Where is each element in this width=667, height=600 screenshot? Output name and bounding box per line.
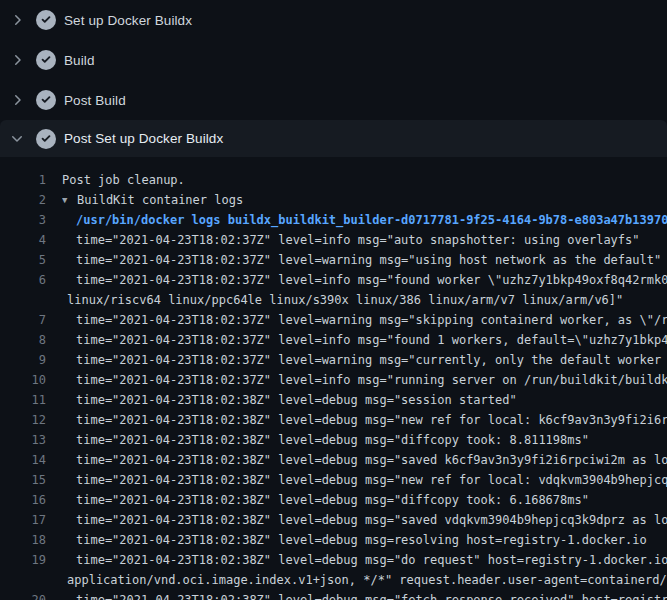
- log-line-text: time="2021-04-23T18:02:37Z" level=warnin…: [62, 310, 667, 330]
- log-line: 4 time="2021-04-23T18:02:37Z" level=info…: [0, 230, 667, 250]
- step-list: Set up Docker Buildx Build Post Build Po…: [0, 0, 667, 157]
- log-line: 18 time="2021-04-23T18:02:38Z" level=deb…: [0, 530, 667, 550]
- log-line: 13 time="2021-04-23T18:02:38Z" level=deb…: [0, 430, 667, 450]
- log-line-number[interactable]: 4: [0, 230, 46, 250]
- log-line: application/vnd.oci.image.index.v1+json,…: [0, 570, 667, 590]
- log-line-number[interactable]: 18: [0, 530, 46, 550]
- actions-job-log-viewer: Set up Docker Buildx Build Post Build Po…: [0, 0, 667, 600]
- log-line-text: time="2021-04-23T18:02:38Z" level=debug …: [62, 430, 667, 450]
- check-circle-icon: [36, 10, 56, 30]
- log-line-text: time="2021-04-23T18:02:37Z" level=info m…: [62, 370, 667, 390]
- log-line: 19 time="2021-04-23T18:02:38Z" level=deb…: [0, 550, 667, 570]
- log-line-text: time="2021-04-23T18:02:37Z" level=warnin…: [62, 350, 667, 370]
- log-line: 2 ▼BuildKit container logs: [0, 190, 667, 210]
- step-label: Build: [64, 53, 95, 68]
- log-line-number[interactable]: 8: [0, 330, 46, 350]
- log-line: 12 time="2021-04-23T18:02:38Z" level=deb…: [0, 410, 667, 430]
- log-line: 6 time="2021-04-23T18:02:37Z" level=info…: [0, 270, 667, 290]
- log-line-number: [0, 570, 46, 590]
- group-title[interactable]: BuildKit container logs: [77, 193, 243, 207]
- log-line: 8 time="2021-04-23T18:02:37Z" level=info…: [0, 330, 667, 350]
- log-line: 11 time="2021-04-23T18:02:38Z" level=deb…: [0, 390, 667, 410]
- step-row-post-build[interactable]: Post Build: [0, 80, 667, 120]
- log-line-text: time="2021-04-23T18:02:38Z" level=debug …: [62, 550, 667, 570]
- group-collapse-triangle-icon[interactable]: ▼: [62, 190, 77, 210]
- check-circle-icon: [36, 129, 56, 149]
- chevron-down-icon: [9, 131, 25, 147]
- log-line-number[interactable]: 13: [0, 430, 46, 450]
- step-label: Post Set up Docker Buildx: [64, 131, 223, 146]
- log-line: 15 time="2021-04-23T18:02:38Z" level=deb…: [0, 470, 667, 490]
- log-line: linux/riscv64 linux/ppc64le linux/s390x …: [0, 290, 667, 310]
- log-group-toggle: ▼BuildKit container logs: [62, 190, 667, 210]
- log-line-text: application/vnd.oci.image.index.v1+json,…: [62, 570, 667, 590]
- log-line: 9 time="2021-04-23T18:02:37Z" level=warn…: [0, 350, 667, 370]
- step-row-post-set-up-docker-buildx[interactable]: Post Set up Docker Buildx: [0, 120, 667, 157]
- log-line-number[interactable]: 6: [0, 270, 46, 290]
- log-line-number[interactable]: 3: [0, 210, 46, 230]
- check-circle-icon: [36, 90, 56, 110]
- log-line-text: time="2021-04-23T18:02:38Z" level=debug …: [62, 490, 667, 510]
- log-line: 3 /usr/bin/docker logs buildx_buildkit_b…: [0, 210, 667, 230]
- log-line-number[interactable]: 5: [0, 250, 46, 270]
- log-line-number[interactable]: 20: [0, 590, 46, 600]
- log-line-text: time="2021-04-23T18:02:37Z" level=info m…: [62, 330, 667, 350]
- log-line: 10 time="2021-04-23T18:02:37Z" level=inf…: [0, 370, 667, 390]
- log-line-number[interactable]: 14: [0, 450, 46, 470]
- log-line-number[interactable]: 7: [0, 310, 46, 330]
- log-line-text: time="2021-04-23T18:02:38Z" level=debug …: [62, 450, 667, 470]
- log-line-number[interactable]: 9: [0, 350, 46, 370]
- log-line-number[interactable]: 15: [0, 470, 46, 490]
- log-line-number[interactable]: 16: [0, 490, 46, 510]
- log-line-text: time="2021-04-23T18:02:37Z" level=info m…: [62, 230, 667, 250]
- log-command-text: /usr/bin/docker logs buildx_buildkit_bui…: [62, 210, 667, 230]
- log-line: 16 time="2021-04-23T18:02:38Z" level=deb…: [0, 490, 667, 510]
- log-line-number[interactable]: 11: [0, 390, 46, 410]
- log-line-text: time="2021-04-23T18:02:38Z" level=debug …: [62, 530, 667, 550]
- step-label: Post Build: [64, 93, 126, 108]
- step-row-build[interactable]: Build: [0, 40, 667, 80]
- log-line-number[interactable]: 12: [0, 410, 46, 430]
- step-label: Set up Docker Buildx: [64, 13, 192, 28]
- log-line: 1 Post job cleanup.: [0, 170, 667, 190]
- log-line: 7 time="2021-04-23T18:02:37Z" level=warn…: [0, 310, 667, 330]
- log-area: 1 Post job cleanup. 2 ▼BuildKit containe…: [0, 170, 667, 600]
- log-line-text: time="2021-04-23T18:02:38Z" level=debug …: [62, 390, 667, 410]
- log-line-text: time="2021-04-23T18:02:38Z" level=debug …: [62, 510, 667, 530]
- log-line-number[interactable]: 19: [0, 550, 46, 570]
- log-line-text: time="2021-04-23T18:02:38Z" level=debug …: [62, 410, 667, 430]
- step-row-set-up-docker-buildx[interactable]: Set up Docker Buildx: [0, 0, 667, 40]
- log-line-text: time="2021-04-23T18:02:38Z" level=debug …: [62, 590, 667, 600]
- chevron-right-icon: [9, 52, 25, 68]
- log-line-number: [0, 290, 46, 310]
- check-circle-icon: [36, 50, 56, 70]
- log-line: 20 time="2021-04-23T18:02:38Z" level=deb…: [0, 590, 667, 600]
- log-line: 17 time="2021-04-23T18:02:38Z" level=deb…: [0, 510, 667, 530]
- log-line-number[interactable]: 2: [0, 190, 46, 210]
- log-line: 5 time="2021-04-23T18:02:37Z" level=warn…: [0, 250, 667, 270]
- log-line-text: time="2021-04-23T18:02:38Z" level=debug …: [62, 470, 667, 490]
- chevron-right-icon: [9, 12, 25, 28]
- log-line-text: time="2021-04-23T18:02:37Z" level=info m…: [62, 270, 667, 290]
- log-line: 14 time="2021-04-23T18:02:38Z" level=deb…: [0, 450, 667, 470]
- log-line-number[interactable]: 1: [0, 170, 46, 190]
- log-line-number[interactable]: 10: [0, 370, 46, 390]
- log-line-text: linux/riscv64 linux/ppc64le linux/s390x …: [62, 290, 667, 310]
- log-line-text: Post job cleanup.: [62, 170, 667, 190]
- chevron-right-icon: [9, 92, 25, 108]
- log-line-text: time="2021-04-23T18:02:37Z" level=warnin…: [62, 250, 667, 270]
- log-line-number[interactable]: 17: [0, 510, 46, 530]
